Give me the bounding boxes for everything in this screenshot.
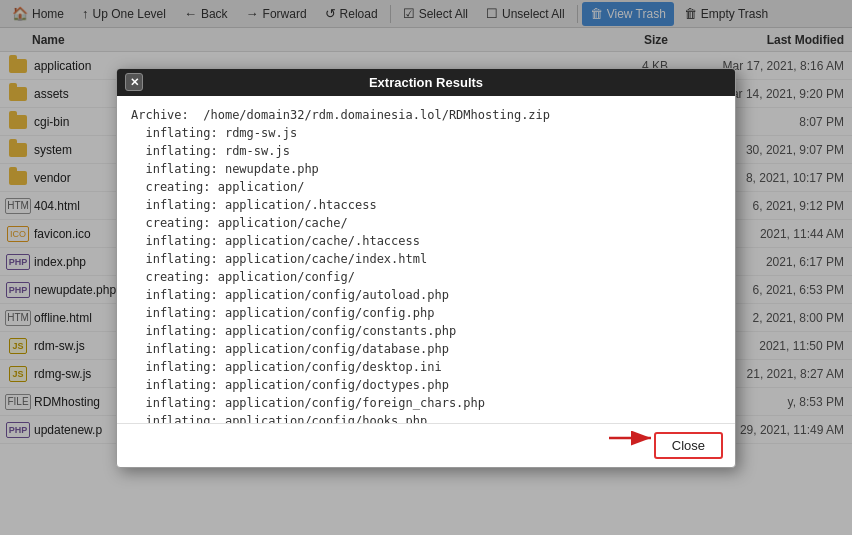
modal-overlay: ✕ Extraction Results Archive: /home/doma… (0, 0, 852, 535)
modal-footer: Close (117, 423, 735, 467)
modal-close-x-button[interactable]: ✕ (125, 73, 143, 91)
extraction-output: Archive: /home/domain32/rdm.domainesia.l… (131, 106, 721, 423)
close-arrow-indicator (609, 426, 659, 453)
modal-content: Archive: /home/domain32/rdm.domainesia.l… (117, 96, 735, 423)
extraction-results-modal: ✕ Extraction Results Archive: /home/doma… (116, 68, 736, 468)
close-button[interactable]: Close (654, 432, 723, 459)
modal-title: Extraction Results (369, 75, 483, 90)
modal-titlebar: ✕ Extraction Results (117, 69, 735, 96)
